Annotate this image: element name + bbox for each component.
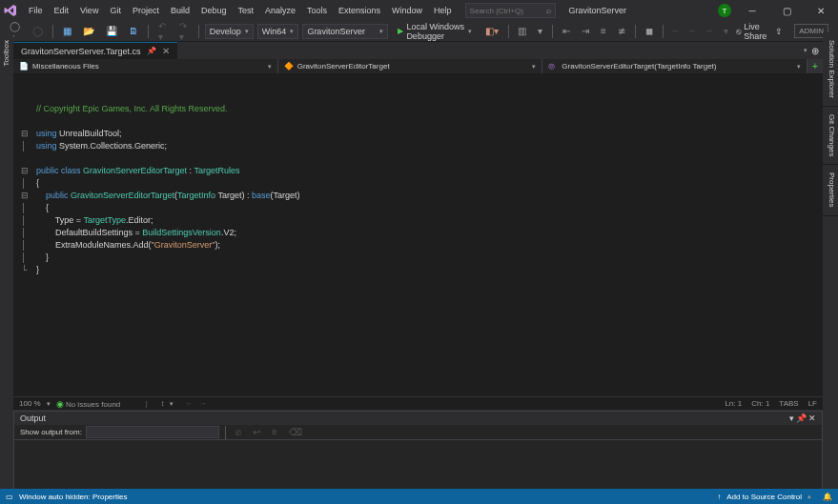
properties-tab[interactable]: Properties bbox=[823, 165, 838, 215]
output-source-dropdown[interactable] bbox=[86, 426, 219, 438]
output-goto-icon[interactable]: ≡ bbox=[268, 425, 281, 439]
status-caret-ln: Ln: 1 bbox=[725, 399, 742, 408]
indent-left-button[interactable]: ⇤ bbox=[559, 24, 574, 38]
close-button[interactable]: ✕ bbox=[807, 1, 834, 20]
new-button[interactable]: ▦ bbox=[59, 24, 75, 38]
prev-issue-icon[interactable]: ← bbox=[185, 399, 193, 408]
vs-logo-icon bbox=[4, 4, 17, 17]
bookmark-button[interactable]: ◼ bbox=[642, 24, 657, 38]
minimize-button[interactable]: ─ bbox=[739, 1, 766, 20]
output-close-icon[interactable]: ✕ bbox=[808, 413, 816, 423]
undo-button[interactable]: ↶ ▾ bbox=[154, 19, 172, 44]
main-menu: File Edit View Git Project Build Debug T… bbox=[23, 3, 458, 18]
editor-scrollbar[interactable] bbox=[811, 74, 823, 396]
issue-badge[interactable]: ◉ No issues found bbox=[56, 399, 121, 409]
status-bar: ▭ Window auto hidden: Properties ↑ Add t… bbox=[0, 489, 838, 504]
git-changes-tab[interactable]: Git Changes bbox=[823, 107, 838, 165]
class-icon: 🔶 bbox=[284, 62, 294, 71]
comment-button[interactable]: ≡ bbox=[597, 24, 610, 38]
output-autohide-icon[interactable]: 📌 bbox=[796, 413, 807, 423]
method-icon: ◎ bbox=[548, 62, 558, 71]
search-box[interactable]: ⌕ bbox=[465, 3, 556, 18]
status-autohide-icon[interactable]: ▭ bbox=[6, 493, 13, 501]
tool-btn-1[interactable]: ▥ bbox=[514, 24, 530, 38]
nav-member[interactable]: ◎ GravitonServerEditorTarget(TargetInfo … bbox=[542, 59, 807, 73]
file-tab[interactable]: GravitonServerServer.Target.cs 📌 ✕ bbox=[13, 42, 177, 59]
next-issue-icon[interactable]: → bbox=[198, 399, 206, 408]
uncomment-button[interactable]: ≢ bbox=[614, 24, 629, 38]
pin-icon[interactable]: 📌 bbox=[147, 47, 156, 55]
toolbox-tab[interactable]: Toolbox bbox=[0, 32, 13, 74]
platform-dropdown[interactable]: Win64▾ bbox=[257, 24, 299, 39]
user-badge[interactable]: T bbox=[718, 4, 731, 17]
scc-add-icon[interactable]: ↑ bbox=[717, 493, 721, 501]
solution-explorer-tab[interactable]: Solution Explorer bbox=[823, 32, 838, 107]
editor-status-bar: 100 % ▾ ◉ No issues found | ↕ ▾ ← → Ln: … bbox=[13, 396, 823, 410]
output-title: Output bbox=[20, 413, 46, 423]
tab-label: GravitonServerServer.Target.cs bbox=[21, 47, 141, 56]
tab-overflow-icon[interactable]: ▾ bbox=[804, 47, 807, 54]
status-caret-ch: Ch: 1 bbox=[751, 399, 769, 408]
output-clear-icon[interactable]: ⎚ bbox=[232, 425, 245, 439]
nav-scope[interactable]: 📄 Miscellaneous Files▾ bbox=[13, 59, 278, 73]
share-icon[interactable]: ⇪ bbox=[775, 27, 783, 36]
notifications-icon[interactable]: 🔔 bbox=[823, 493, 832, 501]
config-dropdown[interactable]: Develop▾ bbox=[205, 24, 254, 39]
output-panel: Output ▾ 📌 ✕ Show output from: ⎚ ↩ ≡ ⌫ bbox=[13, 411, 823, 494]
format-btn-2[interactable]: ⎓ bbox=[685, 24, 699, 38]
nav-fwd-button[interactable]: ◯ bbox=[29, 24, 47, 38]
solution-name: GravitonServer bbox=[569, 6, 627, 15]
menu-help[interactable]: Help bbox=[428, 3, 458, 18]
format-btn-3[interactable]: ⎓ bbox=[703, 24, 716, 38]
zoom-level[interactable]: 100 % bbox=[19, 399, 41, 408]
liveshare-icon[interactable]: ⎋ bbox=[736, 27, 741, 36]
menu-build[interactable]: Build bbox=[165, 3, 195, 18]
saveall-button[interactable]: 🗎 bbox=[125, 24, 142, 38]
maximize-button[interactable]: ▢ bbox=[773, 1, 800, 20]
nav-type[interactable]: 🔶 GravitonServerEditorTarget▾ bbox=[278, 59, 543, 73]
status-message: Window auto hidden: Properties bbox=[19, 493, 127, 501]
menu-view[interactable]: View bbox=[74, 3, 104, 18]
code-editor[interactable]: // Copyright Epic Games, Inc. All Rights… bbox=[13, 74, 823, 396]
output-clearall-icon[interactable]: ⌫ bbox=[285, 425, 306, 439]
debug-target-button[interactable]: ◧▾ bbox=[481, 24, 502, 38]
tool-btn-2[interactable]: ▾ bbox=[534, 24, 546, 38]
status-tabs[interactable]: TABS bbox=[779, 399, 798, 408]
title-bar: File Edit View Git Project Build Debug T… bbox=[0, 0, 838, 21]
search-icon: ⌕ bbox=[546, 6, 551, 15]
status-lineending[interactable]: LF bbox=[808, 399, 817, 408]
output-wrap-icon[interactable]: ↩ bbox=[249, 425, 264, 439]
menu-project[interactable]: Project bbox=[127, 3, 165, 18]
file-icon: 📄 bbox=[19, 62, 29, 71]
tab-plus-icon[interactable]: ⊕ bbox=[811, 46, 819, 56]
redo-button[interactable]: ↷ ▾ bbox=[175, 19, 193, 44]
liveshare-button[interactable]: Live Share bbox=[744, 22, 766, 41]
menu-test[interactable]: Test bbox=[232, 3, 259, 18]
open-button[interactable]: 📂 bbox=[79, 24, 98, 38]
startup-dropdown[interactable]: GravitonServer▾ bbox=[302, 24, 388, 39]
menu-tools[interactable]: Tools bbox=[301, 3, 333, 18]
scc-button[interactable]: Add to Source Control bbox=[726, 493, 802, 501]
output-from-label: Show output from: bbox=[20, 428, 82, 436]
menu-git[interactable]: Git bbox=[104, 3, 127, 18]
output-content[interactable] bbox=[14, 440, 822, 448]
error-nav-icon[interactable]: ↕ bbox=[160, 399, 164, 408]
overflow-button[interactable]: ▾ bbox=[720, 24, 732, 38]
save-button[interactable]: 💾 bbox=[102, 24, 121, 38]
format-btn-1[interactable]: ⎓ bbox=[668, 24, 682, 38]
menu-window[interactable]: Window bbox=[386, 3, 428, 18]
menu-edit[interactable]: Edit bbox=[49, 3, 75, 18]
nav-add-button[interactable]: + bbox=[807, 59, 823, 73]
menu-debug[interactable]: Debug bbox=[195, 3, 233, 18]
indent-right-button[interactable]: ⇥ bbox=[578, 24, 593, 38]
search-input[interactable] bbox=[470, 7, 537, 15]
menu-file[interactable]: File bbox=[23, 3, 49, 18]
output-pin-icon[interactable]: ▾ bbox=[789, 413, 794, 423]
run-button[interactable]: ▶Local Windows Debugger▾ bbox=[392, 20, 477, 43]
menu-analyze[interactable]: Analyze bbox=[259, 3, 301, 18]
tab-close-button[interactable]: ✕ bbox=[162, 46, 170, 56]
menu-extensions[interactable]: Extensions bbox=[333, 3, 386, 18]
toolbar: ◯ ▾ ◯ ▦ 📂 💾 🗎 ↶ ▾ ↷ ▾ Develop▾ Win64▾ Gr… bbox=[0, 21, 838, 42]
